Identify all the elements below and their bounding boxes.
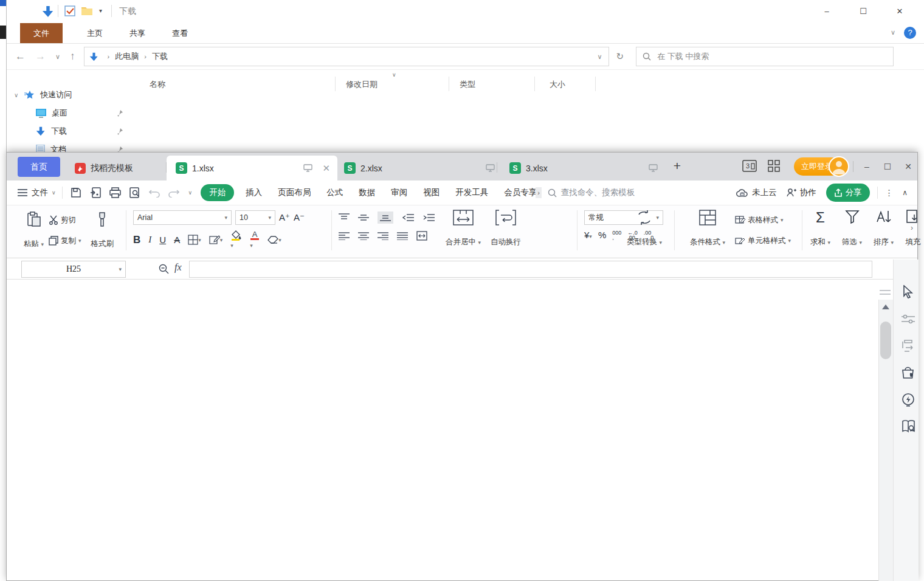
ribbon-tab-start[interactable]: 开始 (201, 184, 234, 201)
field-list-icon[interactable] (902, 340, 915, 353)
strikethrough-button[interactable]: A (174, 235, 180, 245)
ribbon-tab-page-layout[interactable]: 页面布局 (270, 187, 319, 198)
collapse-ribbon-icon[interactable]: ∧ (902, 188, 908, 197)
refresh-icon[interactable]: ↻ (616, 51, 624, 62)
justify-icon[interactable] (397, 232, 408, 240)
help-icon[interactable]: ? (904, 27, 916, 39)
window-manage-icon[interactable]: 3 (742, 160, 757, 172)
ribbon-tab-formulas[interactable]: 公式 (319, 187, 351, 198)
more-options-icon[interactable]: ⋮ (885, 188, 894, 198)
explorer-maximize-button[interactable]: ☐ (849, 2, 877, 21)
thousand-separator-button[interactable]: 000, (612, 230, 621, 240)
copy-button[interactable]: 复制▾ (49, 233, 81, 248)
align-top-icon[interactable] (339, 213, 350, 222)
chevron-down-icon[interactable]: ∨ (14, 92, 18, 98)
grow-font-button[interactable]: A⁺ (279, 212, 290, 223)
cut-button[interactable]: 剪切 (49, 213, 81, 227)
address-dropdown-icon[interactable]: ∨ (598, 53, 602, 61)
breadcrumb-this-pc[interactable]: 此电脑 (115, 51, 139, 62)
paste-button[interactable]: 粘贴 ▾ (20, 210, 47, 251)
wrap-text-button[interactable]: 自动换行 (487, 208, 525, 249)
explorer-tab-home[interactable]: 主页 (74, 23, 116, 43)
docer-store-icon[interactable] (902, 366, 915, 380)
conditional-format-button[interactable]: 条件格式 ▾ (686, 208, 729, 249)
underline-button[interactable]: U (159, 235, 166, 245)
list-column-date[interactable]: 修改日期 (346, 79, 378, 90)
wps-minimize-button[interactable]: – (858, 159, 876, 174)
insert-function-icon[interactable]: fx (174, 262, 182, 273)
undo-icon[interactable] (149, 188, 160, 198)
app-grid-icon[interactable] (768, 160, 780, 172)
explorer-minimize-button[interactable]: – (813, 2, 841, 21)
merge-center-button[interactable]: 合并居中 ▾ (442, 208, 484, 249)
name-box[interactable]: H25 ▾ (21, 261, 126, 278)
draw-border-button[interactable]: ▾ (209, 235, 223, 245)
scrollbar-thumb[interactable] (880, 321, 891, 359)
sidebar-item-downloads[interactable]: 下载 (36, 123, 67, 139)
text-orientation-icon[interactable] (416, 231, 427, 241)
list-column-name[interactable]: 名称 (150, 79, 165, 90)
back-icon[interactable]: ← (15, 50, 26, 63)
ribbon-expand-icon[interactable]: ∨ (891, 29, 895, 36)
sidebar-item-quick-access[interactable]: ∨ 快速访问 (14, 87, 72, 103)
forward-icon[interactable]: → (35, 50, 46, 63)
tab-doc-1[interactable]: S 1.xlsx ✕ (167, 156, 337, 180)
wps-close-button[interactable]: ✕ (899, 159, 917, 174)
font-color-button[interactable]: A▾ (250, 230, 260, 249)
italic-button[interactable]: I (148, 235, 151, 245)
new-tab-button[interactable]: + (668, 157, 686, 176)
document-search-icon[interactable] (902, 420, 916, 433)
qat-customize-icon[interactable]: ▾ (99, 7, 102, 14)
export-pdf-icon[interactable] (90, 187, 101, 198)
ribbon-more-icon[interactable]: › (911, 224, 913, 232)
redo-icon[interactable] (168, 188, 179, 198)
sort-button[interactable]: 排序 ▾ (870, 208, 897, 249)
tab-doc-3[interactable]: S 3.xlsx (500, 156, 666, 180)
bold-button[interactable]: B (133, 234, 140, 246)
print-icon[interactable] (109, 187, 121, 198)
select-pointer-icon[interactable] (902, 285, 914, 298)
align-center-icon[interactable] (358, 232, 369, 240)
increase-indent-icon[interactable] (422, 213, 435, 222)
explorer-tab-share[interactable]: 共享 (116, 23, 159, 43)
align-right-icon[interactable] (378, 232, 388, 240)
split-handle[interactable] (880, 290, 891, 295)
scroll-up-icon[interactable] (882, 304, 889, 309)
zoom-search-icon[interactable] (159, 264, 169, 274)
smart-tips-icon[interactable] (902, 393, 915, 408)
cloud-status[interactable]: 未上云 (736, 187, 777, 198)
command-search-input[interactable]: 查找命令、搜索模板 (548, 187, 635, 198)
ribbon-tab-insert[interactable]: 插入 (238, 187, 270, 198)
sidebar-item-desktop[interactable]: 桌面 (36, 105, 67, 121)
percent-button[interactable]: % (598, 230, 606, 240)
font-size-select[interactable]: 10▾ (235, 210, 275, 225)
font-name-select[interactable]: Arial▾ (133, 210, 232, 225)
ribbon-tab-review[interactable]: 审阅 (383, 187, 415, 198)
list-column-type[interactable]: 类型 (460, 79, 475, 90)
ribbon-tab-dev-tools[interactable]: 开发工具 (447, 187, 496, 198)
currency-button[interactable]: ¥▾ (584, 230, 592, 240)
close-tab-icon[interactable]: ✕ (322, 163, 330, 174)
filter-button[interactable]: 筛选 ▾ (838, 208, 866, 249)
ribbon-tab-member[interactable]: 会员专享 (496, 187, 536, 198)
properties-icon[interactable] (64, 5, 76, 17)
clear-button[interactable]: ▾ (267, 235, 281, 244)
collaborate-button[interactable]: 协作 (787, 187, 816, 198)
recent-locations-icon[interactable]: ∨ (55, 53, 60, 61)
address-bar[interactable]: › 此电脑 › 下载 ∨ (84, 47, 609, 66)
align-middle-icon[interactable] (358, 213, 369, 222)
tab-docer-templates[interactable]: 找稻壳模板 (67, 156, 171, 180)
tab-doc-2[interactable]: S 2.xlsx (335, 156, 503, 180)
cell-style-button[interactable]: 单元格样式▾ (735, 233, 811, 248)
align-bottom-icon[interactable] (378, 211, 393, 224)
avatar[interactable] (829, 156, 849, 177)
explorer-tab-view[interactable]: 查看 (159, 23, 201, 43)
explorer-search-input[interactable]: 在 下载 中搜索 (636, 47, 894, 66)
explorer-close-button[interactable]: ✕ (886, 2, 914, 21)
type-conversion-button[interactable]: 类型转换 ▾ (623, 208, 666, 249)
ribbon-tab-view[interactable]: 视图 (415, 187, 447, 198)
qat-dropdown-icon[interactable]: ∨ (188, 190, 193, 196)
sum-button[interactable]: Σ 求和 ▾ (807, 208, 834, 249)
shrink-font-button[interactable]: A⁻ (294, 212, 305, 223)
adjust-sliders-icon[interactable] (902, 314, 915, 325)
